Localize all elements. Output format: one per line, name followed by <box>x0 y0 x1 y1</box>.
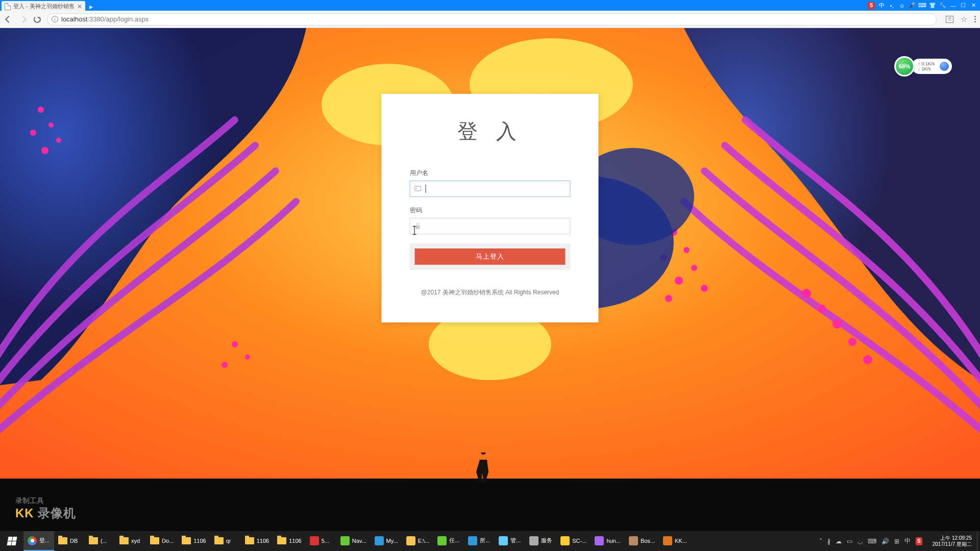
taskbar-item[interactable]: 5... <box>306 531 336 551</box>
ime-settings-icon[interactable]: 🔧 <box>939 2 946 9</box>
browser-toolbar: i localhost:3380/app/login.aspx ☰ ☆ <box>0 11 980 28</box>
svg-point-2 <box>48 122 54 128</box>
taskbar-item-label: xyd <box>131 538 140 544</box>
taskbar-item-label: 1106 <box>257 538 269 544</box>
ime-lang[interactable]: 中 <box>878 2 885 9</box>
new-tab-button[interactable]: ▸ <box>85 3 97 11</box>
net-up: 0.1K/s <box>921 61 935 66</box>
taskbar-item[interactable]: 登... <box>23 531 54 551</box>
tray-shield-icon[interactable]: ⊞ <box>894 538 899 545</box>
page-favicon-icon <box>5 3 11 10</box>
tray-ime-zh-icon[interactable]: 中 <box>904 537 911 545</box>
username-field-wrap[interactable] <box>410 181 571 197</box>
tray-wifi-icon[interactable]: ◡ <box>857 538 863 545</box>
nav-forward-button <box>18 15 28 24</box>
browser-menu-button[interactable] <box>974 16 976 22</box>
ime-indicator[interactable]: S <box>868 2 875 9</box>
tray-volume-icon[interactable]: 🔊 <box>881 538 889 545</box>
tray-onedrive-icon[interactable]: ☁ <box>836 538 842 545</box>
taskbar-item[interactable]: KK... <box>659 531 691 551</box>
taskbar-item-label: 1106 <box>193 538 206 544</box>
window-close-button[interactable]: ✕ <box>970 2 977 9</box>
taskbar-items: 登...DB(...xydDo...1106qr110611065...Nav.… <box>23 531 691 551</box>
browser-tabstrip: 登入 - 美神之羽婚纱销售 ✕ ▸ <box>0 0 97 11</box>
taskbar-item[interactable]: 1106 <box>273 531 305 551</box>
taskbar-item[interactable]: 服务 <box>525 531 556 551</box>
globe-icon <box>939 61 950 72</box>
login-card: 登 入 用户名 密码 马上登入 @2017 美神之羽婚纱销售系统 All Rig… <box>382 94 599 322</box>
site-info-icon[interactable]: i <box>52 16 58 22</box>
bottom-black-band <box>0 479 980 531</box>
bookmark-icon[interactable]: ☆ <box>961 15 967 24</box>
window-minimize-button[interactable]: — <box>949 2 957 9</box>
svg-point-18 <box>232 341 238 347</box>
folder-icon <box>150 536 159 545</box>
text-cursor <box>426 185 426 193</box>
tray-input-icon[interactable]: ⌨ <box>868 538 876 545</box>
taskbar-item[interactable]: 1106 <box>178 531 210 551</box>
taskbar-item[interactable]: Do... <box>146 531 178 551</box>
svg-point-13 <box>802 289 811 298</box>
taskbar-item[interactable]: (... <box>85 531 115 551</box>
arrow-down-icon: ↓ <box>918 66 920 71</box>
taskbar-item-label: 5... <box>322 538 329 544</box>
taskbar-item[interactable]: qr <box>210 531 241 551</box>
username-input[interactable] <box>430 181 566 196</box>
taskbar-item-label: Do... <box>162 538 174 544</box>
password-input[interactable] <box>426 218 566 234</box>
taskbar-item[interactable]: xyd <box>115 531 146 551</box>
taskbar-item-label: SC-... <box>572 538 586 544</box>
taskbar-item[interactable]: E:\... <box>402 531 434 551</box>
tray-sogou-icon[interactable]: S <box>916 537 922 545</box>
taskbar-item-label: Bos... <box>641 538 655 544</box>
ime-punct-icon[interactable]: •, <box>888 2 895 9</box>
username-label: 用户名 <box>410 169 571 178</box>
ime-mic-icon[interactable]: 🎤 <box>909 2 916 9</box>
nav-reload-button[interactable] <box>33 15 42 24</box>
svg-point-14 <box>818 305 826 313</box>
login-submit-button[interactable]: 马上登入 <box>415 248 566 265</box>
windows-taskbar: 登...DB(...xydDo...1106qr110611065...Nav.… <box>0 531 980 551</box>
tray-battery-icon[interactable]: ▭ <box>847 538 852 545</box>
ime-keyboard-icon[interactable]: ⌨ <box>919 2 926 9</box>
taskbar-item[interactable]: Nav... <box>336 531 371 551</box>
tray-icons[interactable]: ˄ ∦ ☁ ▭ ◡ ⌨ 🔊 ⊞ 中 S <box>814 537 927 545</box>
show-desktop-button[interactable] <box>977 531 980 551</box>
password-field-wrap[interactable] <box>410 218 571 234</box>
svg-point-20 <box>222 362 228 368</box>
ime-user-icon[interactable]: 👕 <box>929 2 936 9</box>
kk-icon <box>663 536 672 545</box>
ime-emoji-icon[interactable]: ☺ <box>898 2 905 9</box>
network-monitor-widget[interactable]: 68% ↑0.1K/s ↓1K/s <box>894 56 952 77</box>
svg-point-12 <box>665 295 672 302</box>
tab-close-icon[interactable]: ✕ <box>77 3 82 10</box>
taskbar-item-label: Nav... <box>352 538 366 544</box>
taskbar-item-label: My... <box>386 538 398 544</box>
browser-tab-active[interactable]: 登入 - 美神之羽婚纱销售 ✕ <box>2 1 85 11</box>
taskbar-item-label: 1106 <box>289 538 301 544</box>
taskbar-item[interactable]: 管... <box>495 531 525 551</box>
address-bar[interactable]: i localhost:3380/app/login.aspx <box>47 13 937 26</box>
taskbar-item[interactable]: Bos... <box>625 531 659 551</box>
vs-icon <box>595 536 604 545</box>
taskbar-item[interactable]: 任... <box>433 531 464 551</box>
taskbar-clock[interactable]: 上午 12:09:25 2017/11/7 星期二 <box>927 535 977 547</box>
svg-point-9 <box>691 265 697 271</box>
folder-icon <box>245 536 254 545</box>
taskbar-item[interactable]: My... <box>371 531 402 551</box>
taskbar-item[interactable]: 1106 <box>241 531 273 551</box>
taskbar-item[interactable]: hun... <box>591 531 625 551</box>
translate-icon[interactable]: ☰ <box>946 16 953 23</box>
taskbar-item[interactable]: DB <box>54 531 85 551</box>
taskbar-item-label: E:\... <box>418 538 430 544</box>
tray-bluetooth-icon[interactable]: ∦ <box>827 538 830 545</box>
taskbar-item[interactable]: 所... <box>464 531 495 551</box>
taskbar-item-label: 登... <box>39 537 50 544</box>
sql-icon <box>560 536 570 545</box>
window-maximize-button[interactable]: ☐ <box>960 2 967 9</box>
tray-up-icon[interactable]: ˄ <box>819 538 822 545</box>
folder-icon <box>89 536 98 545</box>
taskbar-item[interactable]: SC-... <box>556 531 591 551</box>
nav-back-button[interactable] <box>4 15 13 24</box>
start-button[interactable] <box>0 531 23 551</box>
